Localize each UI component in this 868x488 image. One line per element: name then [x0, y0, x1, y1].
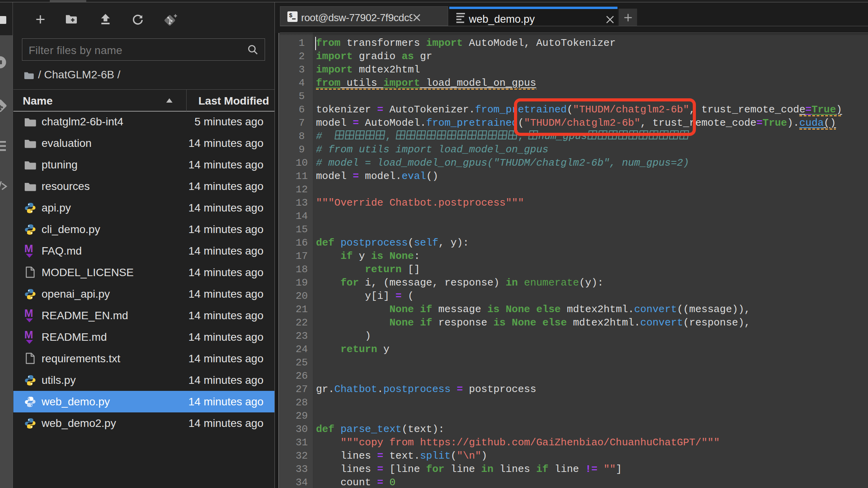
svg-text:$: $: [289, 13, 292, 19]
